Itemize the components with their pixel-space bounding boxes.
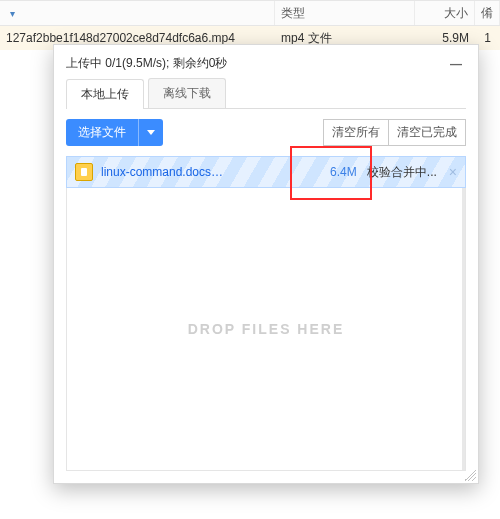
scrollbar[interactable] <box>462 188 465 470</box>
drop-area[interactable]: DROP FILES HERE <box>66 188 466 471</box>
clear-all-button[interactable]: 清空所有 <box>323 119 389 146</box>
upload-file-status: 校验合并中... <box>367 164 437 181</box>
header-attr[interactable]: 倄 <box>475 1 500 25</box>
cancel-upload-button[interactable]: × <box>449 164 457 180</box>
file-icon <box>75 163 93 181</box>
tab-remote-download[interactable]: 离线下载 <box>148 78 226 108</box>
upload-file-size: 6.4M <box>330 165 357 179</box>
upload-list: linux-command.docs… 6.4M 校验合并中... × DROP… <box>66 156 466 471</box>
upload-file-name: linux-command.docs… <box>101 165 223 179</box>
chevron-down-icon <box>147 130 155 135</box>
upload-item[interactable]: linux-command.docs… 6.4M 校验合并中... × <box>66 156 466 188</box>
header-type[interactable]: 类型 <box>275 1 415 25</box>
sort-icon[interactable]: ▾ <box>10 8 15 19</box>
header-name[interactable]: ▾ <box>0 1 275 25</box>
select-file-button[interactable]: 选择文件 <box>66 119 163 146</box>
resize-handle[interactable] <box>464 469 476 481</box>
file-table-header: ▾ 类型 大小 倄 <box>0 0 500 26</box>
toolbar: 选择文件 清空所有 清空已完成 <box>66 119 466 146</box>
upload-dialog: 上传中 0/1(9.5M/s); 剩余约0秒 — 本地上传 离线下载 选择文件 … <box>53 44 479 484</box>
select-file-dropdown[interactable] <box>138 119 163 146</box>
dialog-titlebar[interactable]: 上传中 0/1(9.5M/s); 剩余约0秒 — <box>66 55 466 72</box>
drop-text: DROP FILES HERE <box>188 321 345 337</box>
clear-done-button[interactable]: 清空已完成 <box>389 119 466 146</box>
tab-bar: 本地上传 离线下载 <box>66 78 466 109</box>
file-table: ▾ 类型 大小 倄 127af2bbe1f148d27002ce8d74dfc6… <box>0 0 500 50</box>
tab-local-upload[interactable]: 本地上传 <box>66 79 144 109</box>
header-size[interactable]: 大小 <box>415 1 475 25</box>
minimize-button[interactable]: — <box>446 57 466 71</box>
select-file-label: 选择文件 <box>66 119 138 146</box>
dialog-title: 上传中 0/1(9.5M/s); 剩余约0秒 <box>66 55 227 72</box>
clear-buttons: 清空所有 清空已完成 <box>323 119 466 146</box>
